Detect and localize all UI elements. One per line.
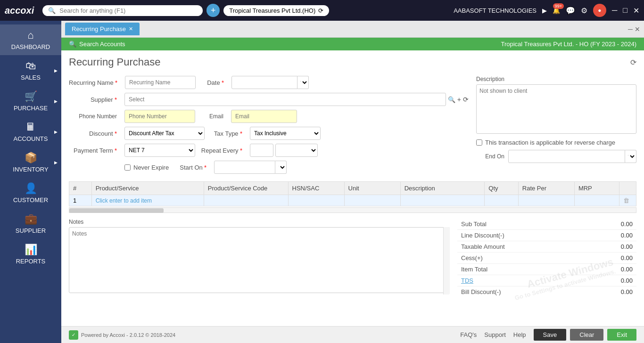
company-label: AABASOFT TECHNOLOGIES <box>454 7 537 14</box>
page-refresh-icon[interactable]: ⟳ <box>630 58 636 67</box>
supplier-input[interactable] <box>124 93 446 106</box>
save-button[interactable]: Save <box>534 329 567 341</box>
row-mrp <box>574 195 619 206</box>
tab-bar-close-icon[interactable]: ✕ <box>635 25 640 33</box>
email-input[interactable] <box>231 110 297 123</box>
refresh-company-icon[interactable]: ⟳ <box>318 7 323 14</box>
line-discount-label: Line Discount(-) <box>461 232 504 239</box>
reports-icon: 📊 <box>25 244 37 256</box>
tax-type-select[interactable]: Tax Inclusive <box>250 127 321 140</box>
settings-icon[interactable]: ⚙ <box>581 6 587 15</box>
payment-term-select[interactable]: NET 7 <box>124 144 195 157</box>
payment-term-label: Payment Term * <box>69 147 121 154</box>
discount-label: Discount * <box>69 130 121 137</box>
date-field-wrap: 29-02-2024 ▼ <box>231 76 309 89</box>
notes-label: Notes <box>69 219 450 225</box>
sidebar-item-customer[interactable]: 👤 CUSTOMER <box>0 178 61 208</box>
end-on-input[interactable]: 29-02-2024 <box>508 150 625 163</box>
date-input[interactable]: 29-02-2024 <box>231 76 297 89</box>
notification-bell[interactable]: 🔔99+ <box>553 7 560 14</box>
table-horizontal-scrollbar[interactable] <box>69 207 636 213</box>
start-on-input[interactable]: 29-02-2024 <box>214 161 275 174</box>
repeat-every-input[interactable]: 1 <box>250 144 273 157</box>
end-on-row: End On 29-02-2024 ▼ <box>476 150 636 163</box>
col-number: # <box>69 182 92 195</box>
delete-row-icon[interactable]: 🗑 <box>623 197 629 204</box>
sidebar-item-purchase[interactable]: 🛒 PURCHASE ▶ <box>0 86 61 116</box>
footer-support-link[interactable]: Support <box>484 331 506 338</box>
description-textarea[interactable] <box>476 84 636 134</box>
sidebar-item-reports[interactable]: 📊 REPORTS <box>0 239 61 270</box>
supplier-add-icon[interactable]: + <box>457 96 461 103</box>
notification-count: 99+ <box>553 3 564 9</box>
sidebar-label-purchase: PURCHASE <box>14 105 48 112</box>
sidebar-item-accounts[interactable]: 🖩 ACCOUNTS ▶ <box>0 116 61 147</box>
page-inner: Recurring Purchase ⟳ Recurring Name * Da… <box>61 50 644 303</box>
avatar[interactable]: ● <box>593 4 606 17</box>
search-input[interactable] <box>59 7 191 14</box>
supplier-reset-icon[interactable]: ⟳ <box>463 96 469 103</box>
tds-label[interactable]: TDS <box>461 277 473 284</box>
click-to-add-label[interactable]: Click enter to add item <box>96 197 152 204</box>
clear-button[interactable]: Clear <box>570 329 603 341</box>
sidebar-label-accounts: ACCOUNTS <box>14 135 48 142</box>
row-qty <box>485 195 518 206</box>
footer-links: FAQ's Support Help <box>460 331 526 338</box>
sidebar-item-dashboard[interactable]: ⌂ DASHBOARD <box>0 24 61 55</box>
sidebar-label-sales: SALES <box>21 74 41 81</box>
search-accounts-button[interactable]: 🔍 Search Accounts <box>69 41 125 48</box>
col-rate-per: Rate Per <box>518 182 574 195</box>
maximize-icon[interactable]: □ <box>623 6 627 15</box>
company-name: Tropical Treasures Pvt Ltd.(HO) <box>229 7 315 14</box>
footer-faqs-link[interactable]: FAQ's <box>460 331 477 338</box>
tab-bar-minimize-icon[interactable]: ─ <box>628 25 633 33</box>
footer-actions: Save Clear Exit <box>534 329 636 341</box>
minimize-icon[interactable]: ─ <box>612 6 617 15</box>
end-on-dropdown[interactable]: ▼ <box>625 150 636 163</box>
reverse-charge-label: This transaction is applicable for rever… <box>485 139 615 146</box>
close-window-icon[interactable]: ✕ <box>633 6 639 15</box>
start-on-dropdown[interactable]: ▼ <box>275 161 287 174</box>
discount-select[interactable]: Discount After Tax <box>124 127 205 140</box>
date-dropdown[interactable]: ▼ <box>297 76 309 89</box>
discount-tax-row: Discount * Discount After Tax Tax Type *… <box>69 127 469 140</box>
supplier-field-group: 🔍 + ⟳ <box>124 93 469 106</box>
add-button[interactable]: + <box>206 4 220 17</box>
row-delete[interactable]: 🗑 <box>619 195 636 206</box>
totals-section: Sub Total 0.00 Line Discount(-) 0.00 Tax… <box>457 219 636 297</box>
tab-close-icon[interactable]: ✕ <box>129 26 133 32</box>
col-mrp: MRP <box>574 182 619 195</box>
green-header-bar: 🔍 Search Accounts Tropical Treasures Pvt… <box>61 38 644 50</box>
reverse-charge-checkbox[interactable] <box>476 139 482 146</box>
sidebar-item-inventory[interactable]: 📦 INVENTORY ▶ <box>0 147 61 178</box>
repeat-every-label: Repeat Every * <box>199 147 246 154</box>
message-icon[interactable]: 💬 <box>566 6 575 15</box>
search-box[interactable]: 🔍 <box>42 5 203 16</box>
notes-textarea-wrap <box>69 227 450 294</box>
chevron-right-icon: ▶ <box>542 7 547 14</box>
company-selector[interactable]: Tropical Treasures Pvt Ltd.(HO) ⟳ <box>223 5 329 16</box>
tab-recurring-purchase[interactable]: Recurring Purchase ✕ <box>65 23 140 35</box>
sidebar-item-supplier[interactable]: 💼 SUPPLIER <box>0 208 61 239</box>
never-expire-checkbox[interactable] <box>124 164 131 171</box>
table-row: 1 Click enter to add item <box>69 195 636 206</box>
product-table: # Product/Service Product/Service Code H… <box>69 181 636 206</box>
row-product[interactable]: Click enter to add item <box>91 195 204 206</box>
footer: ✓ Powered by Accoxi - 2.0.12 © 2018-2024… <box>61 326 644 343</box>
date-label: Date * <box>199 79 228 86</box>
form-right-section: Description This transaction is applicab… <box>476 76 636 178</box>
supplier-search-icon[interactable]: 🔍 <box>448 96 455 103</box>
payment-repeat-row: Payment Term * NET 7 Repeat Every * 1 <box>69 144 469 157</box>
notes-scrollbar[interactable] <box>443 227 450 294</box>
sidebar-item-sales[interactable]: 🛍 SALES ▶ <box>0 55 61 86</box>
notes-textarea[interactable] <box>69 227 450 293</box>
repeat-every-unit[interactable] <box>275 144 318 157</box>
item-total-value: 0.00 <box>621 266 633 273</box>
recurring-name-input[interactable] <box>125 76 196 89</box>
phone-input[interactable] <box>124 110 195 123</box>
tab-label: Recurring Purchase <box>72 25 126 33</box>
exit-button[interactable]: Exit <box>607 329 636 341</box>
sub-total-value: 0.00 <box>621 220 633 228</box>
footer-help-link[interactable]: Help <box>513 331 526 338</box>
phone-email-row: Phone Number Email <box>69 110 469 123</box>
